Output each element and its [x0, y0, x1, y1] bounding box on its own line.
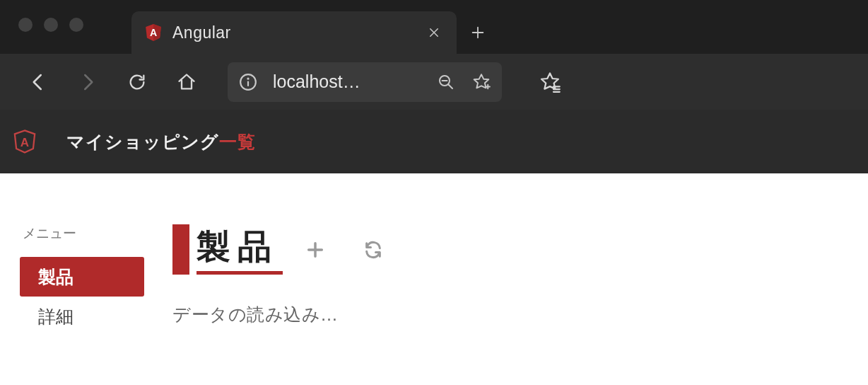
page-title-row: 製品	[172, 224, 386, 275]
sidebar-item-label: 詳細	[38, 305, 74, 328]
window-maximize-button[interactable]	[69, 18, 83, 32]
site-info-icon[interactable]	[237, 71, 259, 93]
app-title: マイショッピング一覧	[66, 130, 256, 154]
back-button[interactable]	[24, 68, 52, 96]
add-favorite-icon[interactable]	[471, 71, 492, 93]
main-content: 製品 データの読み込み…	[161, 224, 386, 336]
tab-strip: A Angular	[0, 0, 868, 54]
loading-text: データの読み込み…	[172, 303, 386, 326]
sidebar-item-details[interactable]: 詳細	[20, 297, 144, 336]
window-minimize-button[interactable]	[44, 18, 58, 32]
page-body: メニュー 製品 詳細 製品 デー	[0, 173, 868, 336]
refresh-button[interactable]	[360, 237, 386, 263]
zoom-out-icon[interactable]	[435, 71, 457, 93]
window-close-button[interactable]	[18, 18, 33, 32]
close-tab-button[interactable]	[424, 23, 444, 42]
favorites-list-button[interactable]	[536, 68, 564, 96]
svg-point-4	[247, 77, 249, 79]
app-header: A マイショッピング一覧	[0, 110, 868, 173]
page-title: 製品	[197, 224, 283, 275]
add-button[interactable]	[303, 237, 328, 263]
sidebar-item-label: 製品	[38, 265, 74, 289]
forward-button[interactable]	[74, 68, 102, 96]
svg-text:A: A	[20, 136, 29, 149]
menu-heading: メニュー	[20, 224, 161, 243]
reload-button[interactable]	[123, 68, 151, 96]
angular-logo-icon: A	[13, 130, 37, 154]
tab-title: Angular	[172, 23, 414, 42]
svg-rect-5	[247, 81, 249, 86]
browser-tab[interactable]: A Angular	[131, 11, 457, 54]
new-tab-button[interactable]	[457, 11, 499, 54]
window-controls	[0, 18, 102, 32]
angular-icon: A	[144, 23, 163, 42]
sidebar-item-products[interactable]: 製品	[20, 257, 144, 297]
sidebar: メニュー 製品 詳細	[20, 224, 161, 336]
browser-toolbar: localhost…	[0, 54, 868, 110]
url-text: localhost…	[273, 71, 421, 92]
home-button[interactable]	[172, 68, 201, 96]
page-title-block: 製品	[172, 224, 283, 275]
app-title-part1: マイショッピング	[66, 132, 219, 151]
svg-text:A: A	[150, 27, 157, 38]
app-title-part2: 一覧	[219, 132, 256, 151]
address-bar[interactable]: localhost…	[228, 62, 502, 102]
browser-chrome: A Angular localhost…	[0, 0, 868, 110]
title-accent-bar	[172, 224, 189, 275]
